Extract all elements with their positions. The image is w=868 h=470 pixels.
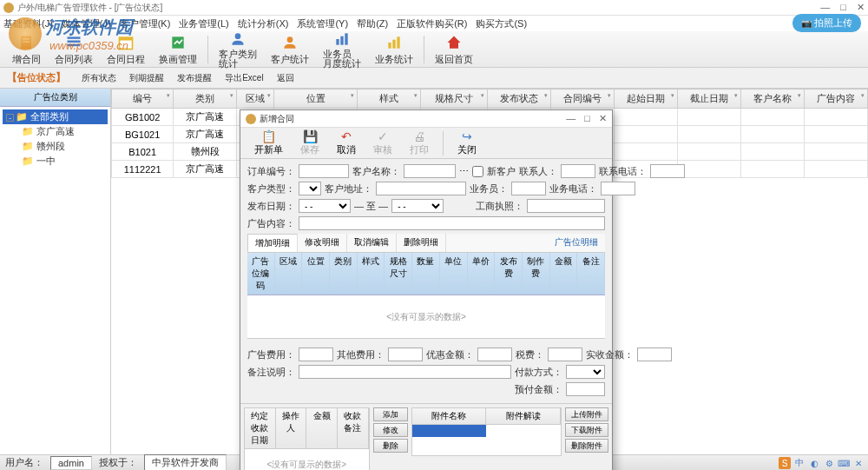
- menu-customer[interactable]: 客户管理(K): [120, 17, 171, 30]
- input-ad-content[interactable]: [299, 216, 605, 230]
- tool-business-stats[interactable]: 业务统计: [368, 31, 420, 68]
- dlg-tool-audit[interactable]: ✓审核: [365, 128, 401, 158]
- tab-add-detail[interactable]: 增加明细: [247, 234, 298, 252]
- dlg-tool-print[interactable]: 🖨打印: [401, 128, 437, 158]
- input-order-no[interactable]: [299, 164, 349, 178]
- tree-root[interactable]: -📁 全部类别: [3, 109, 108, 124]
- lbl-other-fee: 其他费用：: [337, 348, 385, 361]
- tool-sales-monthly[interactable]: 业务员 月度统计: [316, 28, 368, 70]
- btn-attach-add[interactable]: 添加: [373, 407, 408, 421]
- tool-change-picture[interactable]: 换画管理: [152, 31, 204, 68]
- tab-publish-remind[interactable]: 发布提醒: [172, 71, 217, 84]
- tab-return[interactable]: 返回: [272, 71, 299, 84]
- input-tax[interactable]: [548, 348, 582, 361]
- input-sales[interactable]: [511, 182, 546, 195]
- grid-col[interactable]: 起始日期▾: [615, 89, 678, 109]
- grid-col[interactable]: 类别▾: [174, 89, 237, 109]
- input-cust-name[interactable]: [404, 164, 456, 178]
- grid-col[interactable]: 发布状态▾: [488, 89, 551, 109]
- tab-cancel-edit[interactable]: 取消编辑: [347, 234, 397, 252]
- grid-col[interactable]: 客户名称▾: [741, 89, 805, 109]
- input-other-fee[interactable]: [388, 348, 423, 361]
- lbl-pay-method: 付款方式：: [515, 366, 562, 379]
- dialog-maximize[interactable]: □: [584, 113, 590, 124]
- input-contact[interactable]: [561, 164, 595, 178]
- minimize-button[interactable]: —: [820, 2, 830, 13]
- grid-col[interactable]: 合同编号▾: [551, 89, 615, 109]
- tool-add-contract[interactable]: 增合同: [5, 31, 48, 68]
- tool-home[interactable]: 返回首页: [428, 31, 480, 68]
- select-cust-type[interactable]: [299, 182, 321, 195]
- btn-delete-attach[interactable]: 删除附件: [565, 439, 608, 453]
- menu-buy[interactable]: 正版软件购买(R): [397, 17, 467, 30]
- grid-col[interactable]: 规格尺寸▾: [421, 89, 488, 109]
- dlg-tool-close[interactable]: ↪关闭: [449, 128, 485, 158]
- input-prepaid[interactable]: [566, 382, 605, 396]
- menu-business[interactable]: 业务管理(L): [179, 17, 228, 30]
- btn-upload-attach[interactable]: 上传附件: [565, 407, 608, 421]
- select-date-from[interactable]: - -: [299, 199, 351, 213]
- grid-col[interactable]: 样式▾: [358, 89, 421, 109]
- dialog-title-bar[interactable]: 新增合同 — □ ✕: [240, 110, 612, 128]
- menu-system[interactable]: 系统管理(Y): [297, 17, 348, 30]
- tree-node-ganzhou[interactable]: 📁 赣州段: [18, 139, 108, 154]
- tool-contract-schedule[interactable]: 合同日程: [100, 31, 152, 68]
- tray-icon-4[interactable]: ⚙: [823, 457, 835, 469]
- menu-stats[interactable]: 统计分析(X): [238, 17, 289, 30]
- chk-new-customer[interactable]: [472, 166, 483, 177]
- tree-node-yizhong[interactable]: 📁 一中: [18, 154, 108, 169]
- menu-payment[interactable]: 购买方式(S): [476, 17, 527, 30]
- btn-download-attach[interactable]: 下载附件: [565, 423, 608, 437]
- input-cust-addr[interactable]: [376, 182, 466, 195]
- maximize-button[interactable]: □: [840, 2, 846, 13]
- menu-help[interactable]: 帮助(Z): [357, 17, 388, 30]
- upload-photo-button[interactable]: 📷 拍照上传: [792, 14, 861, 32]
- input-remark[interactable]: [299, 365, 511, 379]
- input-discount[interactable]: [477, 348, 512, 361]
- grid-col[interactable]: 截止日期▾: [678, 89, 741, 109]
- grid-col[interactable]: 区域▾: [237, 89, 274, 109]
- tray-icon-3[interactable]: ◐: [808, 457, 820, 469]
- tree-header: 广告位类别: [0, 89, 110, 107]
- close-button[interactable]: ✕: [857, 2, 865, 13]
- btn-attach-edit[interactable]: 修改: [373, 423, 408, 437]
- tab-delete-detail[interactable]: 删除明细: [397, 234, 446, 252]
- tab-ad-position-detail[interactable]: 广告位明细: [548, 234, 605, 252]
- lbl-remark: 备注说明：: [247, 366, 295, 379]
- select-pay-method[interactable]: [566, 365, 605, 379]
- tab-all-status[interactable]: 所有状态: [76, 71, 122, 84]
- input-ad-fee[interactable]: [299, 348, 333, 361]
- grid-col[interactable]: 编号▾: [112, 89, 174, 109]
- dlg-tool-new[interactable]: 📋开新单: [246, 128, 292, 158]
- dlg-tool-save[interactable]: 💾保存: [292, 128, 328, 158]
- grid-col[interactable]: 位置▾: [273, 89, 358, 109]
- input-real-amt[interactable]: [637, 348, 672, 361]
- input-biz-phone[interactable]: [601, 182, 635, 195]
- dialog-close[interactable]: ✕: [599, 113, 607, 124]
- window-title: 户外/电梯广告管理软件 - [广告位状态]: [17, 2, 820, 14]
- btn-attach-delete[interactable]: 删除: [373, 439, 408, 453]
- status-auth-label: 授权于：: [99, 456, 137, 469]
- tray-icon-5[interactable]: ⌨: [838, 457, 850, 469]
- input-phone[interactable]: [650, 164, 685, 178]
- tray-icon-6[interactable]: ✕: [852, 457, 865, 469]
- menu-media[interactable]: 媒体管理(J): [62, 17, 111, 30]
- dlg-tool-cancel[interactable]: ↶取消: [328, 128, 365, 158]
- tab-export-excel[interactable]: 导出Excel: [220, 71, 268, 84]
- tool-customer-type-stats[interactable]: 客户类别 统计: [212, 28, 264, 70]
- tree-node-jingguang[interactable]: 📁 京广高速: [18, 124, 108, 139]
- select-date-to[interactable]: - -: [391, 199, 444, 213]
- tool-contract-list[interactable]: 合同列表: [48, 31, 100, 68]
- input-biz-lic[interactable]: [527, 199, 605, 213]
- attachment-grid-body[interactable]: [411, 425, 562, 456]
- grid-col[interactable]: 广告内容▾: [804, 89, 867, 109]
- tray-icon-1[interactable]: S: [779, 457, 791, 469]
- svg-rect-7: [120, 37, 133, 40]
- lookup-customer-icon[interactable]: ⋯: [459, 166, 469, 177]
- tool-customer-stats[interactable]: 客户统计: [264, 31, 316, 68]
- menu-basic[interactable]: 基础资料(J): [3, 17, 53, 30]
- tray-icon-2[interactable]: 中: [793, 457, 806, 469]
- tab-edit-detail[interactable]: 修改明细: [298, 234, 347, 252]
- tab-expire-remind[interactable]: 到期提醒: [124, 71, 169, 84]
- dialog-minimize[interactable]: —: [566, 113, 575, 124]
